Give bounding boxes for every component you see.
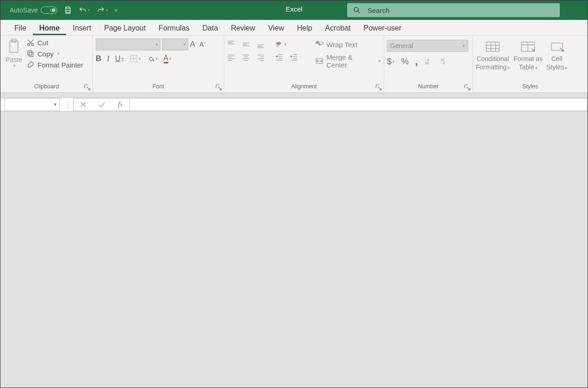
svg-rect-0 [67, 7, 69, 9]
svg-rect-57 [486, 42, 499, 51]
tab-help[interactable]: Help [290, 21, 318, 35]
cell-styles-button[interactable]: Cell Styles▾ [546, 40, 567, 71]
number-dialog-launcher[interactable] [464, 84, 471, 91]
increase-indent-button[interactable] [290, 53, 298, 62]
tab-review[interactable]: Review [225, 21, 262, 35]
svg-marker-41 [276, 55, 277, 57]
qat-customize-icon[interactable]: ▿ [115, 7, 117, 13]
number-format-combo[interactable]: General▾ [387, 40, 468, 52]
worksheet-area[interactable] [0, 111, 588, 388]
tab-page-layout[interactable]: Page Layout [98, 21, 152, 35]
accounting-format-button[interactable]: $▾ [387, 57, 395, 67]
align-center-button[interactable] [242, 53, 250, 62]
formula-bar: ▼ ⋮ fx [0, 98, 588, 111]
ribbon: Paste ▾ Cut Copy▾ Format Painter Clipboa… [0, 36, 588, 93]
percent-format-button[interactable]: % [401, 57, 409, 67]
svg-rect-65 [551, 43, 563, 50]
tab-formulas[interactable]: Formulas [152, 21, 196, 35]
orientation-button[interactable]: ab▾ [275, 40, 287, 49]
bold-button[interactable]: B [96, 54, 101, 63]
comma-format-button[interactable]: , [415, 55, 418, 68]
enter-formula-button[interactable] [92, 101, 111, 108]
format-table-icon [520, 40, 536, 53]
group-styles: Conditional Formatting▾ Format as Table▾… [473, 36, 588, 92]
svg-marker-46 [291, 55, 292, 57]
borders-icon [129, 55, 138, 63]
borders-button[interactable]: ▾ [129, 55, 141, 63]
group-label-number: Number [387, 82, 470, 92]
group-label-alignment: Alignment [227, 82, 381, 92]
svg-text:ab: ab [276, 41, 280, 45]
quick-access-toolbar: ▾ ▾ ▿ [64, 6, 117, 14]
decrease-font-button[interactable]: A˅ [199, 41, 206, 48]
cancel-formula-button[interactable] [74, 101, 92, 108]
clipboard-dialog-launcher[interactable] [84, 84, 91, 91]
group-alignment: ab▾ ab Wrap Text Merge & Cent [224, 36, 384, 92]
tab-insert[interactable]: Insert [66, 21, 98, 35]
wrap-text-button[interactable]: ab Wrap Text [315, 40, 381, 49]
svg-marker-52 [321, 60, 323, 62]
redo-button[interactable]: ▾ [97, 6, 108, 14]
formula-input-container [130, 98, 588, 111]
title-bar: AutoSave Off ▾ ▾ ▿ Excel [0, 0, 588, 20]
fill-color-button[interactable]: ▾ [147, 55, 158, 63]
paint-bucket-icon [147, 55, 155, 63]
svg-text:→0: →0 [440, 62, 445, 65]
svg-rect-10 [29, 52, 33, 56]
autosave-label: AutoSave [10, 6, 38, 14]
font-dialog-launcher[interactable] [215, 84, 222, 91]
autosave-switch[interactable]: Off [41, 6, 57, 14]
svg-text:ab: ab [316, 40, 319, 44]
name-box[interactable]: ▼ [4, 98, 60, 111]
group-label-clipboard: Clipboard [3, 82, 90, 92]
merge-icon [315, 57, 324, 65]
merge-center-button[interactable]: Merge & Center▾ [315, 53, 381, 69]
formula-bar-divider: ⋮ [62, 98, 74, 111]
align-middle-button[interactable] [242, 40, 250, 49]
ribbon-tabs: File Home Insert Page Layout Formulas Da… [0, 20, 588, 36]
svg-line-3 [358, 11, 360, 13]
align-right-button[interactable] [257, 53, 265, 62]
format-painter-button[interactable]: Format Painter [26, 61, 83, 69]
tab-home[interactable]: Home [33, 21, 66, 35]
font-name-combo[interactable]: ▾ [96, 38, 160, 50]
cell-styles-icon [549, 40, 565, 53]
group-label-font: Font [96, 82, 221, 92]
decrease-decimal-button[interactable]: .00→0 [440, 57, 449, 66]
align-left-button[interactable] [227, 53, 235, 62]
paste-button[interactable]: Paste ▾ [3, 38, 24, 68]
svg-rect-1 [67, 11, 69, 13]
search-box[interactable] [347, 3, 560, 17]
tab-acrobat[interactable]: Acrobat [318, 21, 357, 35]
svg-rect-11 [28, 51, 32, 55]
increase-decimal-button[interactable]: ←0.00 [424, 57, 434, 66]
search-input[interactable] [368, 6, 554, 14]
copy-button[interactable]: Copy▾ [26, 49, 83, 58]
paintbrush-icon [26, 61, 35, 69]
tab-data[interactable]: Data [196, 21, 225, 35]
decrease-indent-button[interactable] [275, 53, 283, 62]
insert-function-button[interactable]: fx [111, 100, 129, 109]
italic-button[interactable]: I [107, 54, 110, 63]
tab-view[interactable]: View [262, 21, 290, 35]
tab-power-user[interactable]: Power-user [357, 21, 408, 35]
increase-font-button[interactable]: A˄ [190, 40, 197, 49]
conditional-formatting-button[interactable]: Conditional Formatting▾ [476, 40, 510, 71]
align-bottom-button[interactable] [257, 40, 265, 49]
font-color-button[interactable]: A▾ [164, 55, 172, 63]
underline-button[interactable]: U▾ [115, 55, 124, 63]
tab-file[interactable]: File [8, 21, 33, 35]
svg-marker-51 [317, 60, 318, 62]
svg-text:.00: .00 [424, 62, 429, 65]
copy-icon [26, 49, 35, 58]
alignment-dialog-launcher[interactable] [375, 84, 382, 91]
save-icon[interactable] [64, 6, 72, 14]
font-size-combo[interactable]: ▾ [162, 38, 188, 50]
formula-input[interactable] [130, 99, 587, 111]
autosave-toggle[interactable]: AutoSave Off [10, 6, 57, 14]
cut-button[interactable]: Cut [26, 38, 83, 47]
format-as-table-button[interactable]: Format as Table▾ [514, 40, 543, 71]
wrap-text-icon: ab [315, 40, 324, 49]
undo-button[interactable]: ▾ [79, 6, 90, 14]
align-top-button[interactable] [227, 40, 235, 49]
